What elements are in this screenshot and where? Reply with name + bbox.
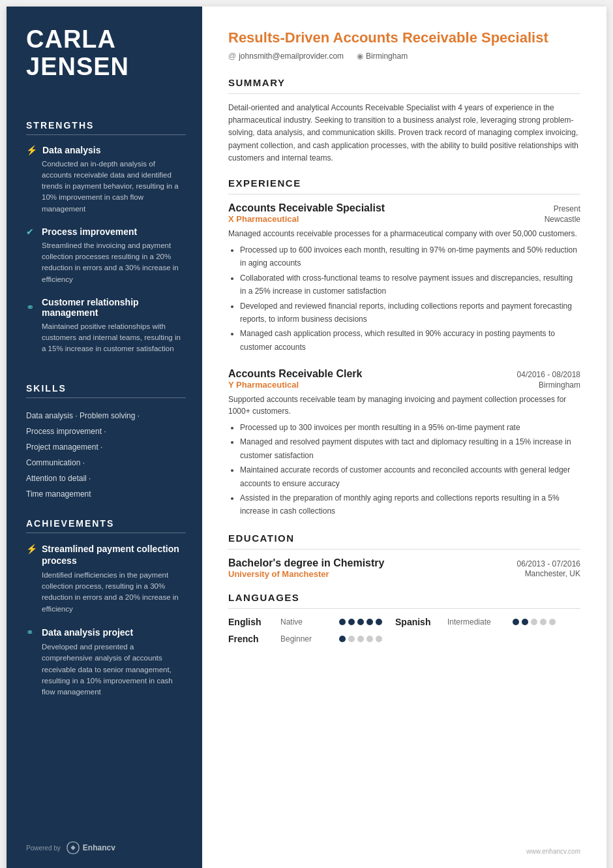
strength-desc: Conducted an in-depth analysis of accoun… — [26, 159, 186, 215]
exp-header-row: Accounts Receivable Clerk 04/2016 - 08/2… — [228, 368, 580, 380]
education-divider — [228, 549, 580, 550]
achievements-list: ⚡ Streamlined payment collection process… — [26, 543, 186, 710]
language-level: Native — [280, 617, 339, 627]
dot — [339, 636, 346, 642]
achievement-item: ⚭ Data analysis project Developed and pr… — [26, 627, 186, 698]
language-name: English — [228, 617, 280, 627]
exp-description: Managed accounts receivable processes fo… — [228, 228, 580, 240]
exp-location: Newcastle — [545, 215, 580, 224]
language-name: French — [228, 634, 280, 644]
skill-item: Process improvement · — [26, 424, 186, 439]
candidate-name: CARLA JENSEN — [26, 26, 186, 81]
exp-header-row: Accounts Receivable Specialist Present — [228, 202, 580, 214]
email-value: johnsmith@emailprovider.com — [239, 52, 344, 61]
bolt-icon: ⚡ — [26, 145, 37, 155]
exp-bullets: Processed up to 600 invoices each month,… — [228, 243, 580, 354]
location-value: Birmingham — [366, 52, 408, 61]
dot — [357, 636, 364, 642]
person-icon: ⚭ — [26, 627, 37, 638]
edu-degree: Bachelor's degree in Chemistry — [228, 557, 384, 569]
person-icon: ⚭ — [26, 302, 37, 313]
summary-text: Detail-oriented and analytical Accounts … — [228, 102, 580, 164]
exp-bullet: Managed and resolved payment disputes wi… — [240, 435, 580, 462]
achievement-title: Streamlined payment collection process — [42, 543, 186, 566]
experience-section: EXPERIENCE Accounts Receivable Specialis… — [228, 178, 580, 533]
strength-title: Customer relationship management — [42, 297, 186, 318]
exp-location: Birmingham — [539, 380, 580, 390]
exp-job-title: Accounts Receivable Clerk — [228, 368, 362, 380]
achievement-item: ⚡ Streamlined payment collection process… — [26, 543, 186, 615]
exp-bullets: Processed up to 300 invoices per month r… — [228, 421, 580, 518]
exp-date: Present — [554, 204, 580, 213]
strength-item: ⚭ Customer relationship management Maint… — [26, 297, 186, 355]
experience-title: EXPERIENCE — [228, 178, 580, 189]
education-section: EDUCATION Bachelor's degree in Chemistry… — [228, 533, 580, 589]
exp-bullet: Managed cash application process, which … — [240, 327, 580, 354]
exp-bullet: Developed and reviewed financial reports… — [240, 300, 580, 326]
dot — [366, 636, 373, 642]
bolt-icon: ⚡ — [26, 544, 37, 554]
summary-divider — [228, 93, 580, 94]
edu-date: 06/2013 - 07/2016 — [517, 559, 580, 568]
dot — [376, 636, 382, 642]
resume-container: CARLA JENSEN STRENGTHS ⚡ Data analysis C… — [7, 7, 606, 868]
experience-divider — [228, 194, 580, 194]
strengths-list: ⚡ Data analysis Conducted an in-depth an… — [26, 145, 186, 367]
dot — [339, 619, 346, 625]
name-heading: CARLA JENSEN — [26, 26, 186, 81]
exp-bullet: Processed up to 600 invoices each month,… — [240, 243, 580, 270]
exp-date: 04/2016 - 08/2018 — [517, 370, 580, 379]
main-header: Results-Driven Accounts Receivable Speci… — [228, 29, 580, 61]
education-entry: Bachelor's degree in Chemistry 06/2013 -… — [228, 557, 580, 579]
exp-bullet: Assisted in the preparation of monthly a… — [240, 491, 580, 518]
achievement-desc: Developed and presented a comprehensive … — [26, 642, 186, 698]
languages-divider — [228, 608, 580, 609]
sidebar-footer: Powered by Enhancv — [26, 828, 186, 855]
dot — [376, 619, 382, 625]
footer-url: www.enhancv.com — [526, 848, 580, 855]
language-row: French Beginner — [228, 634, 580, 644]
summary-title: SUMMARY — [228, 77, 580, 88]
experience-entry: Accounts Receivable Clerk 04/2016 - 08/2… — [228, 368, 580, 518]
dot — [357, 619, 364, 625]
language-dots-french — [339, 636, 382, 642]
sidebar: CARLA JENSEN STRENGTHS ⚡ Data analysis C… — [7, 7, 202, 868]
edu-location: Manchester, UK — [525, 569, 580, 579]
strength-header: ✔ Process improvement — [26, 226, 186, 237]
languages-section: LANGUAGES English Native Spanish Interme… — [228, 592, 580, 651]
email-contact: @ johnsmith@emailprovider.com — [228, 52, 344, 61]
skills-section-title: SKILLS — [26, 383, 186, 398]
dot — [549, 619, 556, 625]
language-level: Beginner — [280, 634, 339, 643]
skill-item: Attention to detail · — [26, 471, 186, 486]
strength-title: Data analysis — [42, 145, 101, 155]
skill-item: Data analysis · Problem solving · — [26, 408, 186, 424]
strength-item: ✔ Process improvement Streamlined the in… — [26, 226, 186, 285]
strength-header: ⚭ Customer relationship management — [26, 297, 186, 318]
email-icon: @ — [228, 52, 236, 61]
summary-section: SUMMARY Detail-oriented and analytical A… — [228, 77, 580, 178]
exp-company: X Pharmaceutical — [228, 214, 299, 224]
language-level: Intermediate — [447, 617, 513, 627]
edu-header-row: Bachelor's degree in Chemistry 06/2013 -… — [228, 557, 580, 569]
strength-title: Process improvement — [42, 226, 137, 237]
powered-by-label: Powered by — [26, 845, 61, 852]
exp-company-row: Y Pharmaceutical Birmingham — [228, 380, 580, 390]
dot — [531, 619, 537, 625]
experience-entry: Accounts Receivable Specialist Present X… — [228, 202, 580, 354]
skill-item: Project management · — [26, 439, 186, 455]
strength-header: ⚡ Data analysis — [26, 145, 186, 155]
achievement-title: Data analysis project — [42, 627, 133, 638]
enhancv-logo: Enhancv — [66, 841, 115, 855]
exp-description: Supported accounts receivable team by ma… — [228, 394, 580, 417]
job-title-heading: Results-Driven Accounts Receivable Speci… — [228, 29, 580, 46]
location-icon: ◉ — [357, 52, 363, 61]
edu-school: University of Manchester — [228, 569, 329, 579]
strengths-section-title: STRENGTHS — [26, 120, 186, 135]
contact-info: @ johnsmith@emailprovider.com ◉ Birmingh… — [228, 52, 580, 61]
education-title: EDUCATION — [228, 533, 580, 544]
exp-company-row: X Pharmaceutical Newcastle — [228, 214, 580, 224]
achievement-desc: Identified inefficiencies in the payment… — [26, 570, 186, 615]
exp-job-title: Accounts Receivable Specialist — [228, 202, 385, 214]
languages-title: LANGUAGES — [228, 592, 580, 603]
